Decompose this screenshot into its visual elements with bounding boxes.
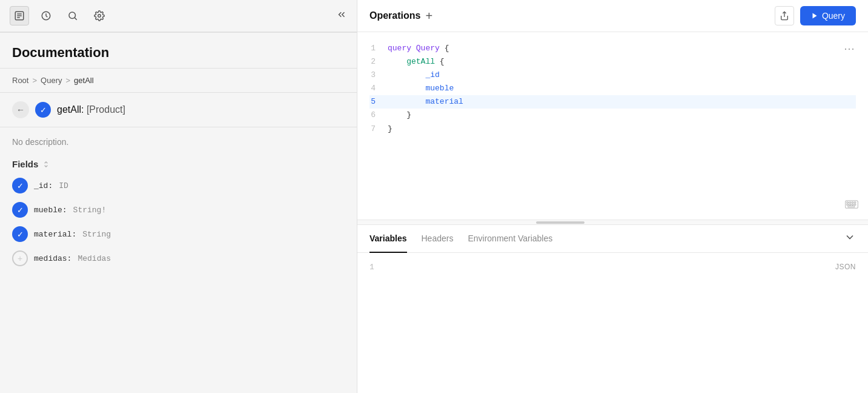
- line-number: 3: [369, 69, 388, 82]
- operations-header: Operations + Query: [357, 0, 868, 32]
- kw-field-id: _id: [425, 70, 439, 79]
- field-checked-icon-mueble[interactable]: ✓: [12, 202, 28, 218]
- line-code: mueble: [388, 82, 856, 95]
- field-name-material: material:: [34, 230, 76, 239]
- right-panel: Operations + Query ⋯ 1: [357, 0, 868, 393]
- svg-rect-12: [849, 202, 851, 203]
- line-code: getAll {: [388, 55, 856, 69]
- history-icon[interactable]: [36, 6, 56, 25]
- line-number: 1: [369, 42, 388, 55]
- breadcrumb-query[interactable]: Query: [41, 76, 62, 85]
- svg-rect-14: [854, 202, 856, 203]
- vars-line-number: 1: [369, 263, 374, 272]
- line-number: 7: [369, 123, 388, 136]
- document-tab-icon[interactable]: [10, 6, 29, 25]
- svg-marker-9: [812, 13, 817, 19]
- keyboard-svg: [845, 200, 858, 209]
- search-icon[interactable]: [63, 6, 82, 25]
- svg-rect-16: [849, 204, 851, 205]
- field-row-mueble: ✓ mueble: String!: [12, 202, 345, 218]
- nav-label: getAll: [Product]: [57, 104, 125, 115]
- breadcrumb-sep-2: >: [65, 76, 70, 85]
- share-icon[interactable]: [775, 6, 794, 25]
- settings-icon[interactable]: [90, 6, 109, 25]
- field-name-id: _id:: [34, 181, 53, 190]
- code-line-2: 2 getAll {: [369, 55, 856, 69]
- tab-environment-variables[interactable]: Environment Variables: [468, 225, 552, 253]
- line-code: _id: [388, 69, 856, 82]
- svg-rect-11: [847, 202, 849, 203]
- more-options-icon[interactable]: ⋯: [844, 42, 856, 55]
- no-description: No description.: [12, 137, 345, 147]
- field-row-id: ✓ _id: ID: [12, 178, 345, 193]
- tab-variables[interactable]: Variables: [369, 225, 407, 253]
- keyboard-icon[interactable]: [845, 200, 858, 212]
- code-line-6: 6 }: [369, 109, 856, 122]
- field-name-medidas: medidas:: [34, 254, 71, 263]
- code-editor[interactable]: ⋯ 1 query Query { 2 getAll { 3: [357, 32, 868, 220]
- kw-query: query: [388, 44, 416, 53]
- doc-title-section: Documentation: [0, 33, 357, 69]
- vars-tabs: Variables Headers Environment Variables: [357, 225, 868, 253]
- code-line-7: 7 }: [369, 123, 856, 136]
- code-line-1: 1 query Query {: [369, 42, 856, 55]
- chevron-down-icon: [844, 231, 856, 243]
- svg-rect-17: [852, 204, 853, 205]
- fields-section-title: Fields: [12, 159, 345, 169]
- breadcrumb-getall[interactable]: getAll: [74, 76, 94, 85]
- nav-back-button[interactable]: ←: [12, 101, 29, 118]
- field-unchecked-icon-medidas[interactable]: +: [12, 250, 28, 266]
- kw-Query: Query: [416, 44, 445, 53]
- play-icon: [811, 12, 818, 19]
- query-button-label: Query: [822, 11, 845, 21]
- field-type-mueble: String!: [73, 206, 107, 215]
- line-number: 4: [369, 82, 388, 95]
- code-line-4: 4 mueble: [369, 82, 856, 95]
- json-label: JSON: [835, 263, 856, 271]
- nav-label-text: getAll: [Product]: [57, 104, 125, 115]
- line-number: 5: [369, 95, 388, 109]
- field-checked-icon-material[interactable]: ✓: [12, 226, 28, 242]
- line-number: 6: [369, 109, 388, 122]
- left-panel: Documentation Root > Query > getAll ← ✓ …: [0, 0, 357, 393]
- tab-headers[interactable]: Headers: [422, 225, 454, 253]
- fields-list: ✓ _id: ID ✓ mueble: String! ✓ material: …: [12, 178, 345, 266]
- line-number: 2: [369, 55, 388, 69]
- line-code: query Query {: [388, 42, 856, 55]
- content-area: No description. Fields ✓ _id: ID ✓ muebl…: [0, 127, 357, 393]
- breadcrumb: Root > Query > getAll: [0, 69, 357, 93]
- svg-point-5: [69, 12, 76, 19]
- svg-point-7: [98, 15, 101, 18]
- line-code: }: [388, 109, 856, 122]
- svg-line-6: [75, 18, 76, 19]
- breadcrumb-sep-1: >: [32, 76, 37, 85]
- add-operation-button[interactable]: +: [425, 10, 432, 22]
- field-type-material: String: [82, 230, 111, 239]
- collapse-panel-icon[interactable]: [336, 9, 347, 22]
- checked-icon: ✓: [35, 102, 51, 118]
- kw-field-mueble: mueble: [425, 84, 454, 93]
- code-line-3: 3 _id: [369, 69, 856, 82]
- doc-title: Documentation: [12, 45, 345, 61]
- breadcrumb-root[interactable]: Root: [12, 76, 28, 85]
- field-checked-icon-id[interactable]: ✓: [12, 178, 28, 193]
- operations-title: Operations: [369, 10, 420, 21]
- svg-rect-13: [852, 202, 853, 203]
- line-code: material: [388, 95, 856, 109]
- field-type-id: ID: [59, 181, 68, 190]
- line-code: }: [388, 123, 856, 136]
- toolbar: [0, 0, 357, 32]
- field-row-medidas: + medidas: Medidas: [12, 250, 345, 266]
- kw-field-material: material: [425, 97, 463, 106]
- field-name-mueble: mueble:: [34, 206, 67, 215]
- ops-actions: Query: [775, 6, 856, 25]
- variables-section: Variables Headers Environment Variables …: [357, 225, 868, 393]
- code-table: 1 query Query { 2 getAll { 3 _id: [369, 42, 856, 136]
- field-row-material: ✓ material: String: [12, 226, 345, 242]
- kw-getall: getAll: [406, 57, 440, 66]
- vars-content: 1 JSON: [357, 253, 868, 393]
- query-button[interactable]: Query: [800, 6, 856, 25]
- code-line-5: 5 material: [369, 95, 856, 109]
- field-type-medidas: Medidas: [78, 254, 111, 263]
- vars-collapse-icon[interactable]: [844, 231, 856, 246]
